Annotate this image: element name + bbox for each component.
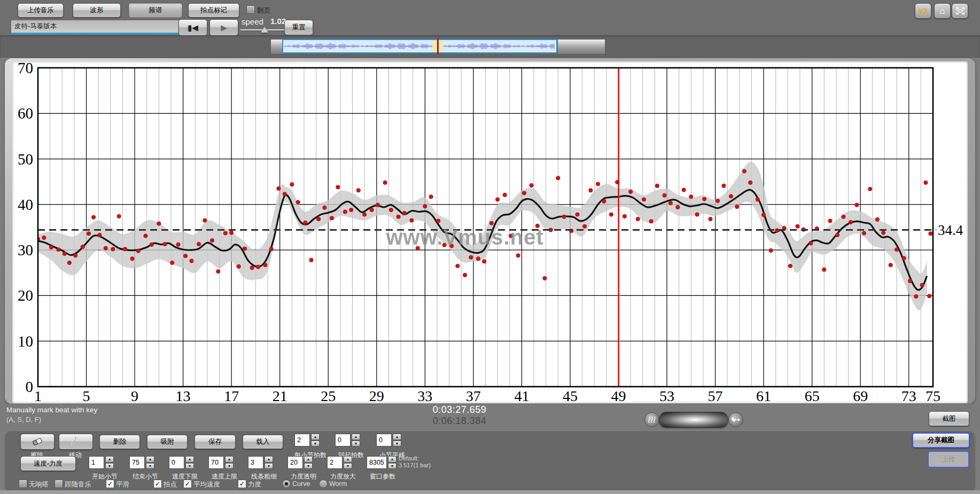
y-axis-tick-label: 0 xyxy=(26,378,34,395)
worm-radio[interactable] xyxy=(319,480,328,488)
waveform-overview[interactable] xyxy=(282,39,557,53)
spectrum-tab-button[interactable]: 频谱 xyxy=(128,3,183,18)
y-axis-tick-label: 50 xyxy=(18,151,33,168)
x-axis-tick-label: 1 xyxy=(34,388,42,403)
beat-points-label: 拍点 xyxy=(164,480,177,489)
average-tempo-checkbox[interactable]: ✓ xyxy=(183,480,192,488)
follow-music-checkbox[interactable] xyxy=(55,480,63,488)
spin-down-button[interactable]: ▼ xyxy=(265,463,273,469)
y-axis-tick-label: 10 xyxy=(18,333,33,350)
speed-slider-thumb[interactable] xyxy=(261,27,268,33)
volume-slider[interactable] xyxy=(659,412,728,428)
share-screenshot-button[interactable]: 分享截图 xyxy=(912,433,970,448)
beat-points-checkbox[interactable]: ✓ xyxy=(153,480,162,488)
delete-button[interactable]: 删除 xyxy=(99,435,140,449)
sound-wave-icon xyxy=(648,415,656,424)
spin-down-button[interactable]: ▼ xyxy=(146,463,154,469)
spin-down-button[interactable]: ▼ xyxy=(344,463,352,469)
x-axis-tick-label: 13 xyxy=(176,388,191,403)
screenshot-button[interactable]: 截图 xyxy=(929,411,969,426)
end-bar-spinner: ▲▼ xyxy=(146,456,154,469)
pickup-beats-input[interactable] xyxy=(335,434,351,446)
spin-up-button[interactable]: ▲ xyxy=(344,456,352,462)
y-axis-tick-label: 70 xyxy=(18,61,33,76)
tempo-min-input[interactable] xyxy=(169,456,184,469)
prev-button[interactable]: ▮◀ xyxy=(178,19,207,36)
tempo-dynamics-button[interactable]: 速度-力度 xyxy=(20,456,76,471)
spin-up-button[interactable]: ▲ xyxy=(105,456,114,462)
overview-playhead[interactable] xyxy=(437,38,439,54)
spin-down-button[interactable]: ▼ xyxy=(185,463,194,469)
x-axis-tick-label: 41 xyxy=(514,388,529,403)
default-note-line1: Default: xyxy=(399,455,457,462)
end-bar-input[interactable] xyxy=(129,456,145,469)
window-param-input[interactable] xyxy=(367,456,387,469)
load-button[interactable]: 载入 xyxy=(243,435,283,449)
page-turn-checkbox[interactable] xyxy=(246,5,255,14)
snap-button[interactable]: 吸附 xyxy=(147,435,188,449)
dyn-opacity-input[interactable] xyxy=(287,456,303,469)
spin-up-button[interactable]: ▲ xyxy=(388,456,396,462)
spin-down-button[interactable]: ▼ xyxy=(105,463,114,469)
waveform-arrow-icon xyxy=(731,416,741,424)
spin-up-button[interactable]: ▲ xyxy=(225,456,234,462)
x-axis-tick-label: 5 xyxy=(83,388,90,403)
default-window-note: Default: 3.517(1 bar) xyxy=(399,455,457,469)
mute-button[interactable] xyxy=(644,412,659,427)
audio-forward-button[interactable] xyxy=(728,412,743,427)
move-tool-button[interactable] xyxy=(59,434,93,450)
status-bar: Manually mark beat with key (A, S, D, F)… xyxy=(0,404,980,431)
start-bar-input[interactable] xyxy=(89,456,104,469)
bar-shift-input[interactable] xyxy=(376,434,392,446)
upload-disabled-button[interactable]: 上传 xyxy=(928,451,969,468)
curve-radio[interactable] xyxy=(282,480,291,488)
waveform-overview-bar xyxy=(0,35,980,58)
spin-up-button[interactable]: ▲ xyxy=(352,434,360,440)
spin-up-button[interactable]: ▲ xyxy=(304,456,313,462)
save-button[interactable]: 保存 xyxy=(195,435,236,449)
beat-hint-line2: (A, S, D, F) xyxy=(6,415,41,424)
beat-mark-tab-button[interactable]: 拍点标记 xyxy=(188,3,239,18)
x-axis-tick-label: 69 xyxy=(853,388,868,403)
spin-down-button[interactable]: ▼ xyxy=(304,463,313,469)
spin-down-button[interactable]: ▼ xyxy=(393,441,401,447)
spin-up-button[interactable]: ▲ xyxy=(265,456,273,462)
tool-panel: 擦除 移动 删除 吸附 保存 载入 ▲▼ 每小节拍数 ▲▼ 弱起拍数 ▲▼ 小节… xyxy=(5,430,975,490)
version-label: V2 xyxy=(919,7,928,15)
home-icon: ⌂ xyxy=(939,6,945,15)
no-click-checkbox[interactable] xyxy=(19,480,27,488)
spin-up-button[interactable]: ▲ xyxy=(311,434,320,440)
dynamics-checkbox[interactable]: ✓ xyxy=(238,480,246,488)
spin-down-button[interactable]: ▼ xyxy=(225,463,234,469)
spin-down-button[interactable]: ▼ xyxy=(352,441,360,447)
fullscreen-button[interactable] xyxy=(952,3,968,19)
spin-up-button[interactable]: ▲ xyxy=(393,434,401,440)
track-title-input[interactable] xyxy=(11,20,182,34)
home-button[interactable]: ⌂ xyxy=(934,3,951,19)
pickup-beats-spinner: ▲▼ xyxy=(352,434,360,446)
spin-up-button[interactable]: ▲ xyxy=(185,456,194,462)
line-width-input[interactable] xyxy=(248,456,263,469)
erase-tool-button[interactable] xyxy=(20,434,55,450)
spin-down-button[interactable]: ▼ xyxy=(311,441,320,447)
spin-up-button[interactable]: ▲ xyxy=(146,456,154,462)
version-badge-button[interactable]: V2 xyxy=(915,3,931,19)
beats-per-bar-input[interactable] xyxy=(294,434,310,446)
speed-label: speed xyxy=(242,17,263,26)
y-axis-tick-label: 20 xyxy=(18,287,33,304)
waveform-tab-button[interactable]: 波形 xyxy=(73,3,121,18)
follow-music-label: 跟随音乐 xyxy=(65,480,91,489)
play-button[interactable]: ▶ xyxy=(209,19,238,36)
smooth-checkbox[interactable]: ✓ xyxy=(106,480,114,488)
spin-down-button[interactable]: ▼ xyxy=(388,463,396,469)
x-axis-tick-label: 75 xyxy=(925,388,940,403)
dyn-scale-input[interactable] xyxy=(327,456,343,469)
x-axis-tick-label: 9 xyxy=(131,388,138,403)
reset-button[interactable]: 重置 xyxy=(284,20,313,35)
tempo-max-input[interactable] xyxy=(208,456,224,469)
tempo-chart[interactable]: www.Vmus.net0102030405060701591317212529… xyxy=(12,61,968,403)
x-axis-tick-label: 65 xyxy=(805,388,820,403)
upload-music-button[interactable]: 上传音乐 xyxy=(18,3,64,18)
overview-left-cap xyxy=(270,39,283,54)
x-axis-tick-label: 61 xyxy=(756,388,771,403)
